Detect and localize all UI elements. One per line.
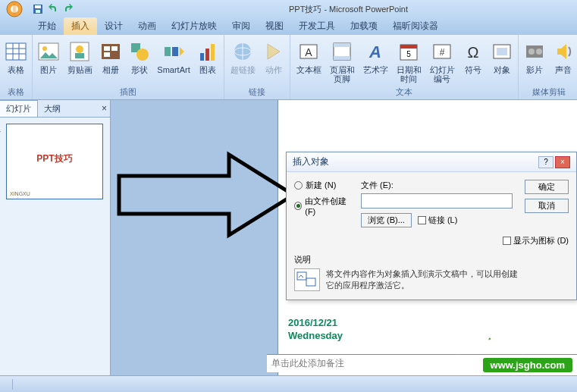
- slide-day: Wednesday: [288, 330, 343, 343]
- group-tables: 表格 表格: [0, 35, 33, 99]
- svg-text:A: A: [368, 42, 381, 61]
- desc-text: 将文件内容作为对象插入到演示文稿中，可以用创建它的应用程序激活它。: [326, 268, 569, 292]
- smartart-button[interactable]: SmartArt: [155, 38, 192, 74]
- datetime-button[interactable]: 5日期和 时间: [394, 38, 424, 83]
- desc-icon: [294, 268, 320, 291]
- picture-icon: [36, 39, 61, 64]
- clipart-button[interactable]: 剪贴画: [64, 38, 95, 74]
- svg-point-14: [76, 45, 83, 53]
- svg-text:#: #: [440, 47, 445, 58]
- group-label-illust: 插图: [36, 86, 221, 99]
- group-label-tables: 表格: [3, 86, 29, 99]
- hyperlink-button[interactable]: 超链接: [227, 38, 258, 74]
- tab-insert[interactable]: 插入: [64, 17, 97, 35]
- slide-date-stamp: 2016/12/21 Wednesday: [288, 317, 343, 343]
- sound-button[interactable]: 声音: [550, 38, 576, 74]
- panel-tab-slides[interactable]: 幻灯片: [0, 100, 38, 117]
- tab-foxit[interactable]: 福昕阅读器: [385, 17, 446, 35]
- svg-rect-49: [306, 278, 315, 286]
- object-button[interactable]: 对象: [489, 38, 515, 74]
- sound-icon: [551, 39, 575, 64]
- svg-point-46: [536, 49, 542, 55]
- symbol-button[interactable]: Ω符号: [460, 38, 486, 74]
- group-label-media: 媒体剪辑: [522, 86, 576, 99]
- svg-rect-6: [6, 43, 26, 60]
- slide-number: 1: [0, 124, 1, 133]
- picture-button[interactable]: 图片: [36, 38, 61, 74]
- table-icon: [4, 39, 28, 64]
- object-icon: [490, 39, 514, 64]
- tab-review[interactable]: 审阅: [224, 17, 258, 35]
- svg-rect-26: [211, 44, 215, 61]
- album-button[interactable]: 相册: [98, 38, 124, 74]
- table-label: 表格: [8, 65, 24, 74]
- show-as-icon-checkbox[interactable]: 显示为图标 (D): [294, 235, 569, 246]
- dialog-close-button[interactable]: ×: [555, 156, 570, 168]
- radio-create-from-file[interactable]: 由文件创建 (F): [294, 196, 355, 216]
- svg-rect-33: [334, 43, 350, 47]
- notes-pane[interactable]: 单击此处添加备注: [267, 354, 577, 372]
- cancel-button[interactable]: 取消: [525, 199, 569, 213]
- slidenum-button[interactable]: #幻灯片 编号: [427, 38, 457, 83]
- slide-thumbnail-1[interactable]: 1 PPT技巧 XINGXU: [6, 124, 103, 199]
- tab-design[interactable]: 设计: [97, 17, 130, 35]
- tab-home[interactable]: 开始: [30, 17, 64, 35]
- dialog-help-button[interactable]: ?: [538, 156, 553, 168]
- symbol-icon: Ω: [461, 39, 485, 64]
- svg-text:5: 5: [406, 50, 411, 58]
- undo-icon[interactable]: [47, 3, 59, 15]
- clipart-icon: [67, 39, 92, 64]
- wordart-button[interactable]: A艺术字: [360, 38, 390, 74]
- svg-rect-22: [165, 47, 171, 56]
- panel-tab-outline[interactable]: 大纲: [38, 101, 67, 117]
- browse-button[interactable]: 浏览 (B)...: [361, 213, 412, 227]
- ok-button[interactable]: 确定: [525, 180, 569, 194]
- shapes-button[interactable]: 形状: [127, 38, 152, 74]
- headerfooter-button[interactable]: 页眉和 页脚: [327, 38, 357, 83]
- ribbon: 表格 表格 图片 剪贴画 相册 形状 SmartArt 图表 插图 超链接 动作…: [0, 35, 577, 100]
- group-text: A文本框 页眉和 页脚 A艺术字 5日期和 时间 #幻灯片 编号 Ω符号 对象 …: [290, 35, 519, 99]
- link-checkbox[interactable]: 链接 (L): [418, 215, 458, 226]
- movie-button[interactable]: 影片: [522, 38, 547, 74]
- shapes-icon: [127, 39, 152, 64]
- svg-rect-5: [36, 10, 40, 13]
- slidenum-icon: #: [430, 39, 454, 64]
- status-bar: [0, 375, 577, 392]
- table-button[interactable]: 表格: [3, 38, 29, 74]
- tab-slideshow[interactable]: 幻灯片放映: [164, 17, 224, 35]
- radio-create-new[interactable]: 新建 (N): [294, 180, 355, 191]
- svg-point-45: [528, 49, 535, 55]
- smartart-icon: [161, 39, 186, 64]
- dialog-titlebar[interactable]: 插入对象 ? ×: [287, 152, 576, 172]
- panel-close-button[interactable]: ×: [99, 103, 110, 114]
- action-button[interactable]: 动作: [261, 38, 287, 74]
- svg-rect-19: [104, 52, 110, 57]
- window-title: PPT技巧 - Microsoft PowerPoint: [74, 4, 577, 15]
- group-label-text: 文本: [293, 86, 515, 99]
- svg-point-12: [42, 46, 47, 51]
- file-input[interactable]: [361, 193, 513, 209]
- svg-rect-4: [35, 5, 41, 8]
- slide-date: 2016/12/21: [288, 317, 343, 330]
- svg-rect-2: [13, 4, 16, 14]
- album-icon: [99, 39, 123, 64]
- svg-rect-23: [172, 47, 178, 56]
- svg-text:A: A: [305, 46, 312, 58]
- datetime-icon: 5: [397, 39, 421, 64]
- office-button[interactable]: [0, 0, 29, 18]
- title-bar: PPT技巧 - Microsoft PowerPoint: [0, 0, 577, 18]
- svg-rect-18: [111, 46, 118, 51]
- svg-rect-15: [75, 53, 84, 58]
- tab-developer[interactable]: 开发工具: [291, 17, 343, 35]
- textbox-icon: A: [296, 39, 321, 64]
- save-icon[interactable]: [32, 3, 44, 15]
- chart-button[interactable]: 图表: [195, 38, 221, 74]
- group-links: 超链接 动作 链接: [224, 35, 290, 99]
- ribbon-tabs: 开始 插入 设计 动画 幻灯片放映 审阅 视图 开发工具 加载项 福昕阅读器: [0, 18, 577, 35]
- tab-view[interactable]: 视图: [258, 17, 291, 35]
- textbox-button[interactable]: A文本框: [293, 38, 324, 74]
- tab-addins[interactable]: 加载项: [343, 17, 385, 35]
- action-icon: [262, 39, 286, 64]
- redo-icon[interactable]: [62, 3, 74, 15]
- tab-animations[interactable]: 动画: [130, 17, 164, 35]
